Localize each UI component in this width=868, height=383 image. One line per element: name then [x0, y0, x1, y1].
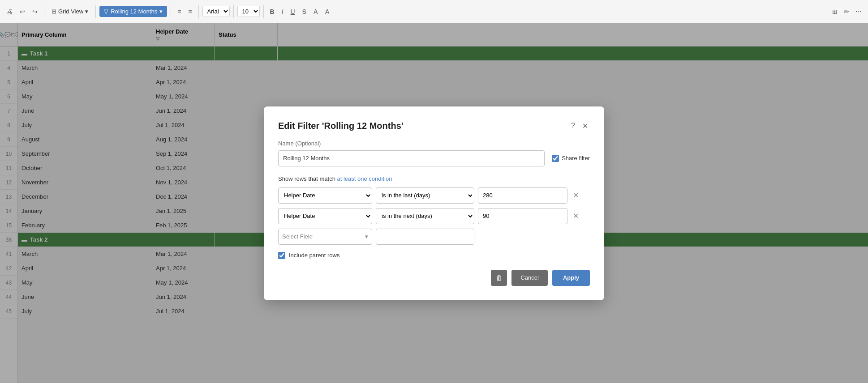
divider-5	[233, 5, 234, 18]
more-button[interactable]: ⋯	[853, 6, 864, 17]
grid-view-label: Grid View	[58, 8, 83, 15]
include-parent-text: Include parent rows	[289, 252, 339, 259]
delete-button[interactable]: 🗑	[491, 270, 507, 286]
filter-button[interactable]: ▽ Rolling 12 Months ▾	[99, 6, 167, 17]
name-row: Share filter	[278, 150, 590, 166]
spreadsheet-area: 📎 💬 ⊡ ⓘ 1456789101112131415384142434445 …	[0, 23, 868, 383]
remove-condition-2-button[interactable]: ✕	[571, 212, 580, 220]
name-input[interactable]	[278, 150, 545, 166]
condition-row-empty: Select Field ▾	[278, 229, 590, 245]
operator-placeholder	[376, 229, 474, 245]
filter-chevron-icon: ▾	[159, 8, 163, 15]
select-field-placeholder-text: Select Field	[282, 233, 313, 240]
grid-view-button[interactable]: ⊞ Grid View ▾	[48, 6, 92, 17]
condition-row-1: Helper Date is in the last (days) ✕	[278, 187, 590, 204]
modal-footer: 🗑 Cancel Apply	[278, 270, 590, 286]
modal-header-icons: ? ✕	[569, 121, 590, 131]
undo-button[interactable]: ↩	[17, 6, 28, 17]
grid-icon: ⊞	[52, 8, 56, 15]
font-size-select[interactable]: 10	[237, 6, 260, 17]
modal-header: Edit Filter 'Rolling 12 Months' ? ✕	[278, 121, 590, 131]
modal-overlay: Edit Filter 'Rolling 12 Months' ? ✕ Name…	[0, 23, 868, 383]
align-left-button[interactable]: ≡	[175, 6, 184, 17]
operator-select-1[interactable]: is in the last (days)	[376, 187, 474, 204]
toolbar: 🖨 ↩ ↪ ⊞ Grid View ▾ ▽ Rolling 12 Months …	[0, 0, 868, 23]
field-select-1[interactable]: Helper Date	[278, 187, 372, 204]
italic-button[interactable]: I	[279, 6, 286, 17]
strikethrough-button[interactable]: S	[300, 6, 309, 17]
toolbar-right: ⊞ ✏ ⋯	[829, 6, 864, 17]
apply-button[interactable]: Apply	[552, 270, 590, 286]
include-parent-label: Include parent rows	[278, 252, 590, 259]
operator-select-2[interactable]: is in the next (days)	[376, 208, 474, 224]
edit-filter-modal: Edit Filter 'Rolling 12 Months' ? ✕ Name…	[264, 106, 604, 300]
share-filter-checkbox[interactable]	[552, 155, 559, 162]
chevron-down-icon: ▾	[85, 8, 88, 15]
filter-icon: ▽	[104, 8, 108, 15]
name-label: Name (Optional)	[278, 140, 590, 147]
value-input-1[interactable]	[478, 187, 567, 204]
redo-button[interactable]: ↪	[30, 6, 40, 17]
divider-4	[198, 5, 199, 18]
highlight-button[interactable]: A̲	[311, 6, 321, 17]
modal-title: Edit Filter 'Rolling 12 Months'	[278, 121, 404, 131]
select-field-chevron-icon: ▾	[365, 233, 368, 240]
bold-button[interactable]: B	[267, 6, 277, 17]
select-field-dropdown[interactable]: Select Field ▾	[278, 229, 372, 245]
condition-link[interactable]: at least one condition	[337, 175, 392, 182]
include-parent-checkbox[interactable]	[278, 252, 285, 259]
share-filter-label: Share filter	[552, 155, 590, 162]
condition-label: Show rows that match at least one condit…	[278, 175, 590, 182]
remove-condition-1-button[interactable]: ✕	[571, 191, 580, 200]
align-center-button[interactable]: ≡	[185, 6, 194, 17]
value-input-2[interactable]	[478, 208, 567, 224]
filter-label: Rolling 12 Months	[111, 8, 157, 15]
help-button[interactable]: ?	[569, 121, 577, 131]
condition-row-2: Helper Date is in the next (days) ✕	[278, 208, 590, 224]
close-button[interactable]: ✕	[580, 121, 590, 131]
field-select-2[interactable]: Helper Date	[278, 208, 372, 224]
print-button[interactable]: 🖨	[4, 6, 15, 17]
divider-3	[171, 5, 171, 18]
cancel-button[interactable]: Cancel	[511, 270, 547, 286]
divider-2	[95, 5, 96, 18]
underline-button[interactable]: U	[288, 6, 298, 17]
divider-1	[44, 5, 44, 18]
divider-6	[263, 5, 264, 18]
pen-button[interactable]: ✏	[841, 6, 852, 17]
font-color-button[interactable]: A	[322, 6, 332, 17]
font-select[interactable]: Arial	[202, 6, 230, 17]
table-view-button[interactable]: ⊞	[829, 6, 840, 17]
